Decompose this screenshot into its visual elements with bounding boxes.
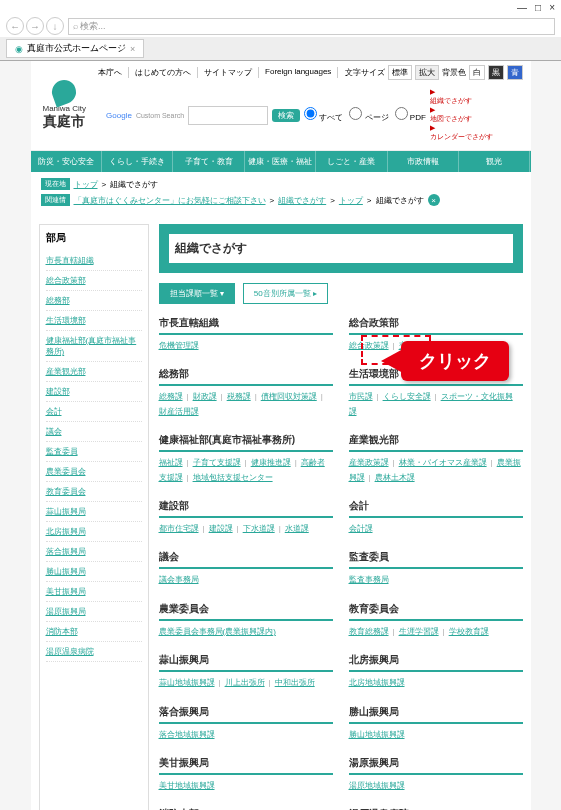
radio-all[interactable]: すべて [304,107,343,123]
sidebar-item[interactable]: 監査委員 [46,442,142,462]
sidebar-item[interactable]: 美甘振興局 [46,582,142,602]
dept-link[interactable]: 蒜山地域振興課 [159,678,215,687]
contrast-black[interactable]: 黒 [488,65,504,80]
dept-link[interactable]: 債権回収対策課 [261,392,317,401]
section-title[interactable]: 健康福祉部(真庭市福祉事務所) [159,433,333,452]
forward-button[interactable]: → [26,17,44,35]
sidebar-item[interactable]: 落合振興局 [46,542,142,562]
sidebar-item[interactable]: 生活環境部 [46,311,142,331]
sidebar-item[interactable]: 産業観光部 [46,362,142,382]
dept-link[interactable]: 北房地域振興課 [349,678,405,687]
nav-item[interactable]: しごと・産業 [316,151,387,172]
dept-link[interactable]: くらし安全課 [383,392,431,401]
dropdown-button[interactable]: ↓ [46,17,64,35]
dept-link[interactable]: 健康推進課 [251,458,291,467]
dept-link[interactable]: 教育総務課 [349,627,389,636]
link-by-cal[interactable]: ▶ カレンダーでさがす [430,124,493,142]
sidebar-item[interactable]: 建設部 [46,382,142,402]
link-by-org[interactable]: ▶ 組織でさがす ▶ 地図でさがす [430,88,493,124]
nav-item[interactable]: 健康・医療・福祉 [245,151,316,172]
sidebar-item[interactable]: 農業委員会 [46,462,142,482]
nav-item[interactable]: くらし・手続き [102,151,173,172]
section-title[interactable]: 蒜山振興局 [159,653,333,672]
dept-link[interactable]: 子育て支援課 [193,458,241,467]
dept-link[interactable]: 農林土木課 [375,473,415,482]
radio-page[interactable]: ページ [349,107,388,123]
section-title[interactable]: 湯原振興局 [349,756,523,775]
site-search-input[interactable] [188,106,268,125]
dept-link[interactable]: 危機管理課 [159,341,199,350]
section-title[interactable]: 議会 [159,550,333,569]
close-btn[interactable]: × [549,2,555,13]
dept-link[interactable]: 福祉課 [159,458,183,467]
bc-link[interactable]: トップ [74,179,98,190]
dept-link[interactable]: 都市住宅課 [159,524,199,533]
contrast-white[interactable]: 白 [469,65,485,80]
sidebar-item[interactable]: 総務部 [46,291,142,311]
sidebar-item[interactable]: 市長直轄組織 [46,251,142,271]
sidebar-item[interactable]: 北房振興局 [46,522,142,542]
section-title[interactable]: 総合政策部 [349,316,523,335]
dept-link[interactable]: 監査事務局 [349,575,389,584]
dept-link[interactable]: 農業委員会事務局(農業振興課内) [159,627,276,636]
nav-item[interactable]: 市政情報 [388,151,459,172]
section-title[interactable]: 落合振興局 [159,705,333,724]
top-link[interactable]: 本庁へ [98,67,129,78]
dept-link[interactable]: 産業政策課 [349,458,389,467]
section-title[interactable]: 北房振興局 [349,653,523,672]
sidebar-item[interactable]: 蒜山振興局 [46,502,142,522]
site-logo[interactable]: Maniwa City 真庭市 [39,76,91,135]
section-title[interactable]: 産業観光部 [349,433,523,452]
sidebar-item[interactable]: 議会 [46,422,142,442]
section-title[interactable]: 教育委員会 [349,602,523,621]
bc-notice-link[interactable]: 「真庭市はぐくみセンター」にお気軽にご相談下さい [74,195,266,206]
dept-link[interactable]: 税務課 [227,392,251,401]
section-title[interactable]: 会計 [349,499,523,518]
dept-link[interactable]: 勝山地域振興課 [349,730,405,739]
section-title[interactable]: 市長直轄組織 [159,316,333,335]
dept-link[interactable]: 財産活用課 [159,407,199,416]
back-button[interactable]: ← [6,17,24,35]
dept-link[interactable]: 総務課 [159,392,183,401]
top-link[interactable]: サイトマップ [204,67,259,78]
dept-link[interactable]: 下水道課 [243,524,275,533]
section-title[interactable]: 総務部 [159,367,333,386]
dept-link[interactable]: 財政課 [193,392,217,401]
dept-link[interactable]: 林業・バイオマス産業課 [399,458,487,467]
dept-link[interactable]: 美甘地域振興課 [159,781,215,790]
top-link[interactable]: はじめての方へ [135,67,198,78]
section-title[interactable]: 建設部 [159,499,333,518]
nav-item[interactable]: 防災・安心安全 [31,151,102,172]
bc-link[interactable]: トップ [339,195,363,206]
tab-close-icon[interactable]: × [130,44,135,54]
dept-link[interactable]: 中和出張所 [275,678,315,687]
dept-link[interactable]: 湯原地域振興課 [349,781,405,790]
dept-link[interactable]: 会計課 [349,524,373,533]
contrast-blue[interactable]: 青 [507,65,523,80]
dept-link[interactable]: 学校教育課 [449,627,489,636]
dept-link[interactable]: 地域包括支援センター [193,473,273,482]
minimize-btn[interactable]: — [517,2,527,13]
sidebar-item[interactable]: 湯原振興局 [46,602,142,622]
dept-link[interactable]: 落合地域振興課 [159,730,215,739]
dept-link[interactable]: 生涯学習課 [399,627,439,636]
search-button[interactable]: 検索 [272,109,300,122]
sidebar-item[interactable]: 会計 [46,402,142,422]
browser-search[interactable]: ⌕ 検索... [68,18,555,35]
dept-link[interactable]: 川上出張所 [225,678,265,687]
tab-by-dept[interactable]: 担当課順一覧 ▾ [159,283,235,304]
section-title[interactable]: 勝山振興局 [349,705,523,724]
nav-item[interactable]: 観光 [459,151,530,172]
font-normal-btn[interactable]: 標準 [388,65,412,80]
dept-link[interactable]: 水道課 [285,524,309,533]
font-large-btn[interactable]: 拡大 [415,65,439,80]
section-title[interactable]: 美甘振興局 [159,756,333,775]
sidebar-item[interactable]: 湯原温泉病院 [46,642,142,662]
bc-link[interactable]: 組織でさがす [278,195,326,206]
radio-pdf[interactable]: PDF [395,107,426,123]
dept-link[interactable]: 議会事務局 [159,575,199,584]
top-link[interactable]: Foreign languages [265,67,338,78]
dept-link[interactable]: 建設課 [209,524,233,533]
maximize-btn[interactable]: □ [535,2,541,13]
dept-link[interactable]: 市民課 [349,392,373,401]
